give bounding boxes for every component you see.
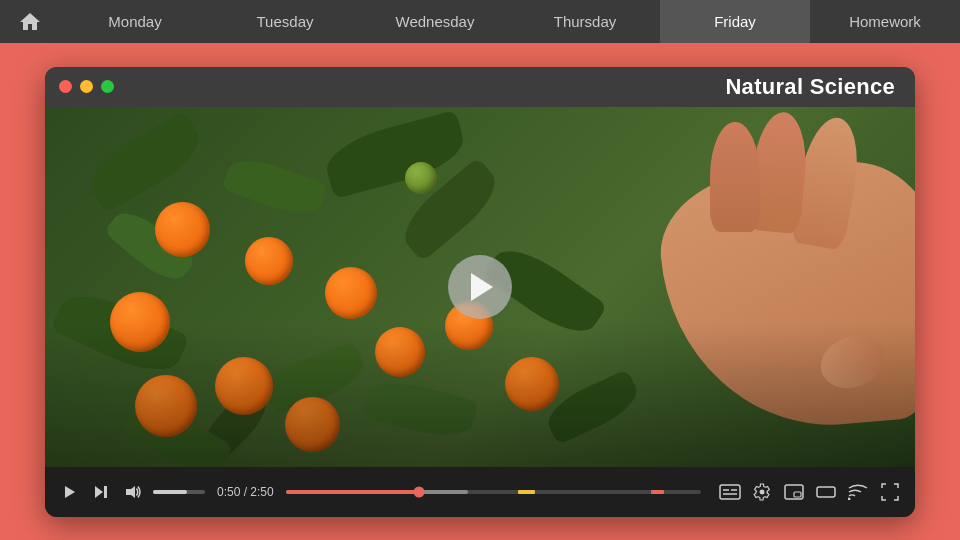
- window-close-button[interactable]: [59, 80, 72, 93]
- progress-buffered: [419, 490, 469, 494]
- volume-icon: [125, 484, 141, 500]
- fullscreen-button[interactable]: [877, 479, 903, 505]
- settings-button[interactable]: [749, 479, 775, 505]
- settings-icon: [753, 483, 771, 501]
- tab-wednesday[interactable]: Wednesday: [360, 0, 510, 43]
- video-area[interactable]: [45, 107, 915, 467]
- nav-bar: Monday Tuesday Wednesday Thursday Friday…: [0, 0, 960, 43]
- video-controls-bar: 0:50 / 2:50: [45, 467, 915, 517]
- tab-homework[interactable]: Homework: [810, 0, 960, 43]
- theater-button[interactable]: [813, 479, 839, 505]
- nav-tabs: Monday Tuesday Wednesday Thursday Friday…: [60, 0, 960, 43]
- tab-friday[interactable]: Friday: [660, 0, 810, 43]
- time-display: 0:50 / 2:50: [217, 485, 274, 499]
- svg-rect-4: [720, 485, 740, 499]
- progress-played: [286, 490, 419, 494]
- captions-button[interactable]: [717, 479, 743, 505]
- cast-button[interactable]: [845, 479, 871, 505]
- theater-icon: [816, 484, 836, 500]
- skip-icon: [93, 484, 109, 500]
- volume-slider[interactable]: [153, 490, 205, 494]
- tab-tuesday[interactable]: Tuesday: [210, 0, 360, 43]
- volume-button[interactable]: [121, 480, 145, 504]
- cast-icon: [848, 484, 868, 500]
- window-titlebar: Natural Science: [45, 67, 915, 107]
- play-pause-button[interactable]: [57, 480, 81, 504]
- volume-bar-track[interactable]: [153, 490, 205, 494]
- video-window: Natural Science: [45, 67, 915, 517]
- tab-monday[interactable]: Monday: [60, 0, 210, 43]
- progress-segment-red: [651, 490, 663, 494]
- window-buttons: [59, 80, 114, 93]
- play-button-overlay[interactable]: [448, 255, 512, 319]
- volume-bar-fill: [153, 490, 187, 494]
- skip-button[interactable]: [89, 480, 113, 504]
- video-title: Natural Science: [725, 74, 895, 100]
- progress-thumb: [413, 486, 424, 497]
- home-icon: [18, 10, 42, 34]
- right-controls: [717, 479, 903, 505]
- main-content: Natural Science: [0, 43, 960, 540]
- tab-thursday[interactable]: Thursday: [510, 0, 660, 43]
- progress-segment-yellow: [518, 490, 535, 494]
- svg-marker-0: [65, 486, 75, 498]
- svg-rect-2: [104, 486, 107, 498]
- progress-bar[interactable]: [286, 490, 701, 494]
- fullscreen-icon: [881, 483, 899, 501]
- pip-icon: [784, 484, 804, 500]
- svg-point-11: [848, 497, 851, 500]
- captions-icon: [719, 484, 741, 500]
- play-icon: [61, 484, 77, 500]
- video-gradient-overlay: [45, 323, 915, 467]
- window-minimize-button[interactable]: [80, 80, 93, 93]
- window-maximize-button[interactable]: [101, 80, 114, 93]
- play-triangle-icon: [471, 273, 493, 301]
- svg-marker-1: [95, 486, 103, 498]
- svg-marker-3: [126, 486, 135, 498]
- pip-button[interactable]: [781, 479, 807, 505]
- svg-rect-9: [794, 492, 801, 497]
- home-button[interactable]: [0, 0, 60, 43]
- svg-rect-10: [817, 487, 835, 497]
